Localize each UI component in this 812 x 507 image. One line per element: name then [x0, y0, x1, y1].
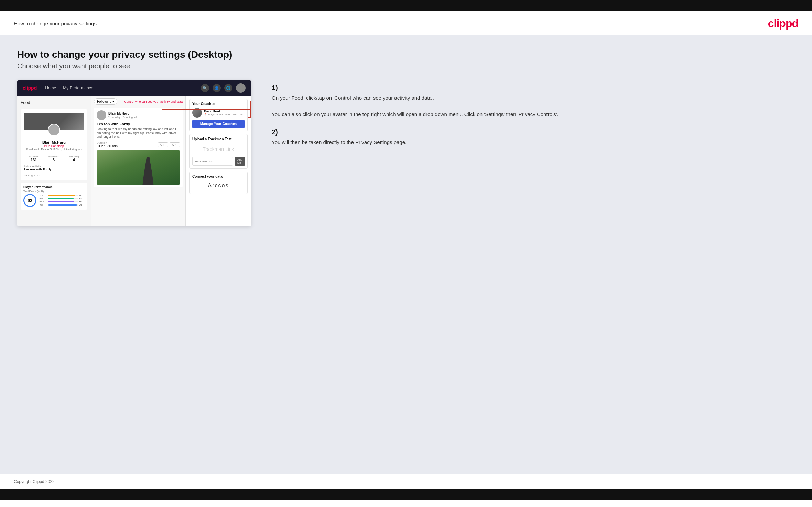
app-feed: Following ▾ Control who can see your act…: [91, 96, 186, 226]
coaches-box: Your Coaches David Ford 📍 Royal North De…: [189, 99, 248, 131]
screenshot-mock: clippd Home My Performance 🔍 👤 🌐 Feed: [17, 80, 251, 226]
app-nav-links: Home My Performance: [45, 86, 201, 90]
page-heading: How to change your privacy settings (Des…: [17, 49, 795, 60]
metric-app-bar: [48, 198, 74, 199]
coaches-title: Your Coaches: [192, 102, 245, 106]
latest-activity-label: Latest Activity: [24, 165, 84, 168]
stat-following-label: Following: [69, 155, 79, 158]
profile-name: Blair McHarg: [24, 140, 84, 144]
tag-app[interactable]: APP: [170, 142, 180, 147]
stat-following: Following 4: [69, 155, 79, 162]
add-link-button[interactable]: Add Link: [235, 157, 245, 166]
instruction-1: 1) On your Feed, click/tap on 'Control w…: [272, 84, 795, 119]
metric-ott-bar-bg: [48, 195, 78, 196]
stat-followers-label: Followers: [48, 155, 59, 158]
profile-banner: [24, 113, 84, 130]
metric-arg-label: ARG: [39, 200, 47, 203]
stat-activities-value: 131: [29, 158, 39, 162]
trackman-input-row: Add Link: [192, 157, 245, 166]
globe-icon[interactable]: 🌐: [224, 84, 232, 92]
app-right-panel: Your Coaches David Ford 📍 Royal North De…: [186, 96, 251, 226]
trackman-box: Upload a Trackman Test Trackman Link Add…: [189, 134, 248, 169]
nav-home[interactable]: Home: [45, 86, 56, 90]
site-header: How to change your privacy settings clip…: [0, 11, 812, 35]
tag-ott[interactable]: OTT: [158, 142, 168, 147]
metric-putt-val: 96: [79, 203, 85, 206]
header-title: How to change your privacy settings: [14, 21, 97, 26]
profile-stats: Activities 131 Followers 3 Following 4: [24, 153, 84, 162]
control-link[interactable]: Control who can see your activity and da…: [124, 100, 183, 103]
app-logo-nav: clippd: [23, 85, 37, 91]
latest-activity-title: Lesson with Fordy: [24, 168, 84, 171]
person-icon[interactable]: 👤: [213, 84, 221, 92]
metric-app-bar-bg: [48, 198, 78, 199]
player-performance-card: Player Performance Total Player Quality …: [21, 183, 87, 210]
stat-following-value: 4: [69, 158, 79, 162]
trackman-input[interactable]: [192, 157, 233, 166]
coach-club-text: Royal North Devon Golf Club: [208, 113, 243, 116]
app-sidebar: Feed Blair McHarg Plus Handicap Royal No…: [17, 96, 91, 226]
tpq-row: 92 OTT 90 APP: [23, 194, 85, 207]
metric-app-label: APP: [39, 197, 47, 200]
player-perf-title: Player Performance: [23, 185, 85, 189]
activity-image: [97, 150, 180, 185]
instructions-panel: 1) On your Feed, click/tap on 'Control w…: [265, 80, 795, 156]
metric-putt: PUTT 96: [39, 203, 85, 206]
following-button[interactable]: Following ▾: [94, 98, 117, 105]
tag-buttons: OTT APP: [158, 142, 180, 147]
duration-value: 01 hr : 30 min: [97, 144, 118, 148]
stat-followers-value: 3: [48, 158, 59, 162]
activity-title: Lesson with Fordy: [97, 122, 180, 126]
latest-activity-date: 03 Aug 2022: [24, 174, 84, 177]
metric-arg: ARG 86: [39, 200, 85, 203]
coach-name: David Ford: [204, 110, 243, 113]
stat-followers: Followers 3: [48, 155, 59, 162]
avatar-button[interactable]: [236, 83, 246, 93]
nav-my-performance[interactable]: My Performance: [63, 86, 93, 90]
coach-row: David Ford 📍 Royal North Devon Golf Club: [192, 108, 245, 118]
coach-club: 📍 Royal North Devon Golf Club: [204, 113, 243, 116]
metric-ott-val: 90: [79, 194, 85, 197]
content-row: clippd Home My Performance 🔍 👤 🌐 Feed: [17, 80, 795, 226]
score-circle: 92: [23, 194, 36, 207]
trackman-title: Upload a Trackman Test: [192, 137, 245, 141]
metric-ott: OTT 90: [39, 194, 85, 197]
profile-card: Blair McHarg Plus Handicap Royal North D…: [21, 109, 87, 180]
footer-copyright: Copyright Clippd 2022: [14, 479, 55, 484]
site-footer: Copyright Clippd 2022: [0, 474, 812, 489]
activity-card: Blair McHarg Yesterday · Sunningdale Les…: [94, 108, 183, 187]
activity-avatar: [97, 110, 106, 120]
instruction-1-number: 1): [272, 84, 795, 92]
main-content: How to change your privacy settings (Des…: [0, 35, 812, 474]
instruction-2: 2) You will then be taken directly to th…: [272, 128, 795, 146]
metric-putt-bar: [48, 204, 77, 206]
app-navbar: clippd Home My Performance 🔍 👤 🌐: [17, 80, 251, 96]
activity-meta: Yesterday · Sunningdale: [108, 115, 138, 119]
profile-handicap: Plus Handicap: [24, 144, 84, 148]
activity-user: Blair McHarg: [108, 112, 138, 115]
connect-title: Connect your data: [192, 175, 245, 178]
app-nav-right: 🔍 👤 🌐: [201, 83, 246, 93]
stat-activities-label: Activities: [29, 155, 39, 158]
manage-coaches-button[interactable]: Manage Your Coaches: [192, 120, 245, 128]
tpq-label: Total Player Quality: [23, 190, 85, 192]
profile-club: Royal North Devon Golf Club, United King…: [24, 148, 84, 151]
metric-arg-bar: [48, 201, 74, 202]
metric-putt-bar-bg: [48, 204, 78, 206]
app-body: Feed Blair McHarg Plus Handicap Royal No…: [17, 96, 251, 226]
instruction-2-text: You will then be taken directly to the P…: [272, 138, 795, 146]
bottom-bar: [0, 489, 812, 500]
metrics-list: OTT 90 APP: [39, 194, 85, 207]
following-label: Following: [97, 100, 111, 103]
metric-arg-bar-bg: [48, 201, 78, 202]
arccos-logo: Arccos: [192, 180, 245, 191]
duration-row: Duration 01 hr : 30 min OTT APP: [97, 141, 180, 148]
instruction-1-text: On your Feed, click/tap on 'Control who …: [272, 94, 795, 119]
activity-header: Blair McHarg Yesterday · Sunningdale: [97, 110, 180, 120]
top-bar: [0, 0, 812, 11]
coach-avatar: [192, 108, 202, 118]
stat-activities: Activities 131: [29, 155, 39, 162]
search-icon[interactable]: 🔍: [201, 84, 209, 92]
feed-tab[interactable]: Feed: [21, 99, 87, 107]
metric-app-val: 85: [79, 197, 85, 200]
